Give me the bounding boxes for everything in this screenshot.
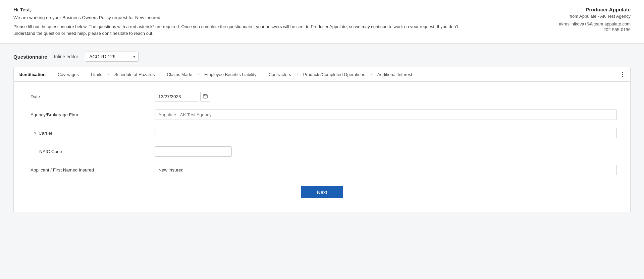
applicant-control <box>155 165 617 175</box>
tab-sep-8: › <box>370 72 373 77</box>
next-button[interactable]: Next <box>301 186 343 198</box>
applicant-row: Applicant / First Named Insured <box>27 165 617 175</box>
carrier-label-wrapper: ∨ Carrier <box>27 131 155 136</box>
naic-label: NAIC Code <box>27 149 155 154</box>
producer-email: akrasilnikova+6@team.appulate.com <box>543 21 631 26</box>
questionnaire-header: Questionnaire Inline editor ACORD 126 AC… <box>13 52 631 62</box>
carrier-input[interactable] <box>155 128 617 138</box>
tab-sep-5: › <box>197 72 200 77</box>
date-input-wrapper <box>155 92 617 101</box>
naic-input[interactable] <box>155 146 232 157</box>
tab-sep-6: › <box>261 72 264 77</box>
header-left: Hi Test, We are working on your Business… <box>13 7 476 37</box>
form-select-wrapper[interactable]: ACORD 126 ACORD 125 ACORD 130 ▾ <box>85 52 139 62</box>
agency-brokerage-input[interactable] <box>155 110 617 120</box>
greeting: Hi Test, <box>13 7 476 12</box>
tab-sep-3: › <box>107 72 110 77</box>
instructions: Please fill out the questionnaire below.… <box>13 23 476 37</box>
producer-name: Producer Appulate <box>543 7 631 12</box>
tab-products-completed[interactable]: Products/Completed Operations <box>299 69 370 80</box>
date-row: Date <box>27 92 617 101</box>
intro-line: We are working on your Business Owners P… <box>13 15 476 20</box>
producer-phone: 202-555-0196 <box>543 27 631 32</box>
tab-contractors[interactable]: Contractors <box>264 69 296 80</box>
tab-limits[interactable]: Limits <box>86 69 107 80</box>
tab-sep-1: › <box>50 72 53 77</box>
tab-coverages[interactable]: Coverages <box>53 69 84 80</box>
tab-employee-benefits[interactable]: Employee Benefits Liability <box>200 69 261 80</box>
header-banner: Hi Test, We are working on your Business… <box>0 0 644 44</box>
tab-navigation: Identification › Coverages › Limits › Sc… <box>13 67 631 82</box>
naic-control <box>155 146 617 157</box>
acord-select[interactable]: ACORD 126 ACORD 125 ACORD 130 <box>85 52 139 62</box>
calendar-icon[interactable] <box>200 92 210 101</box>
inline-editor-label: Inline editor <box>54 54 78 59</box>
svg-rect-0 <box>203 95 207 98</box>
questionnaire-title: Questionnaire <box>13 54 47 60</box>
button-row: Next <box>27 186 617 198</box>
carrier-label: Carrier <box>39 131 52 136</box>
tab-claims-made[interactable]: Claims Made <box>162 69 197 80</box>
carrier-control <box>155 128 617 138</box>
naic-row: NAIC Code <box>27 146 617 157</box>
tab-sep-7: › <box>296 72 299 77</box>
date-label: Date <box>27 94 155 99</box>
agency-brokerage-row: Agency/Brokerage Firm <box>27 110 617 120</box>
applicant-input[interactable] <box>155 165 617 175</box>
agency-brokerage-control <box>155 110 617 120</box>
tab-sep-2: › <box>84 72 86 77</box>
agency-name: from Appulate - AK Test Agency <box>543 14 631 19</box>
tab-additional-interest[interactable]: Additional Interest <box>373 69 417 80</box>
tab-schedule-of-hazards[interactable]: Schedule of Hazards <box>110 69 160 80</box>
form-panel: Date Agency/Brokerage Firm <box>13 82 631 212</box>
tab-more-button[interactable]: ⋮ <box>615 67 630 81</box>
date-input[interactable] <box>155 92 198 101</box>
main-content: Questionnaire Inline editor ACORD 126 AC… <box>0 44 644 220</box>
date-control <box>155 92 617 101</box>
collapse-icon[interactable]: ∨ <box>34 131 37 135</box>
carrier-label-row: ∨ Carrier <box>31 131 158 136</box>
agency-brokerage-label: Agency/Brokerage Firm <box>27 112 155 117</box>
applicant-label: Applicant / First Named Insured <box>27 167 155 172</box>
carrier-row: ∨ Carrier <box>27 128 617 138</box>
tab-sep-4: › <box>159 72 162 77</box>
header-right: Producer Appulate from Appulate - AK Tes… <box>543 7 631 32</box>
tab-identification[interactable]: Identification <box>14 69 50 80</box>
